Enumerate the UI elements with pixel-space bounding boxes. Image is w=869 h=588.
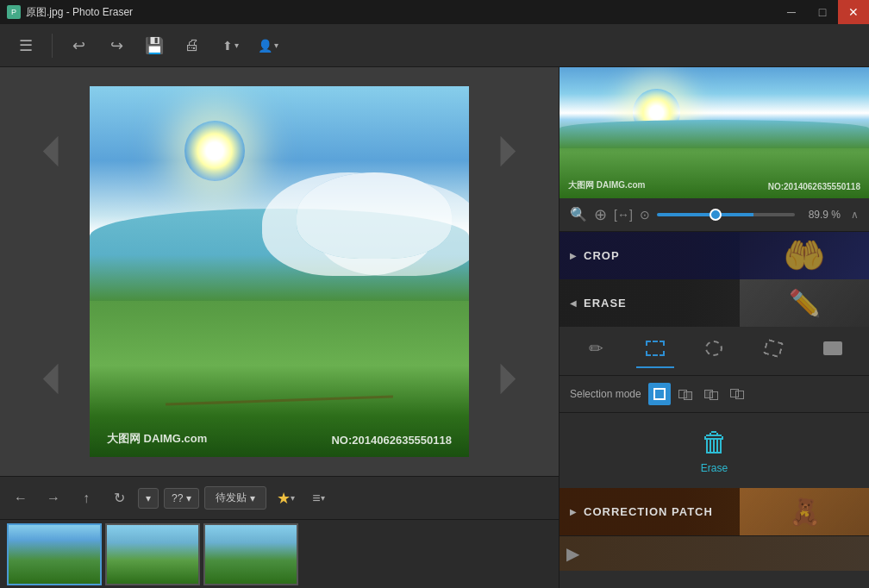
watermark-right: NO:2014062635550118	[331, 434, 452, 447]
list-icon: ≡	[312, 491, 320, 506]
correction-collapse-arrow: ▶	[570, 507, 577, 516]
sel-subtract-icon	[704, 388, 718, 400]
lasso-tool-button[interactable]	[695, 334, 733, 368]
redo-icon: ↪	[110, 36, 123, 55]
zoom-collapse-icon[interactable]: ∧	[851, 209, 859, 221]
bottom-nav: ← → ↑ ↻ ▾ ?? ▾ 待发贴 ▾ ★	[0, 476, 559, 519]
back-button[interactable]: ←	[7, 485, 34, 512]
erase-button[interactable]: 🗑 Erase	[701, 427, 728, 474]
image-area: 大图网 DAIMG.com NO:2014062635550118	[0, 67, 559, 476]
zoom-percent: 89.9 %	[802, 209, 841, 221]
tag-label: 待发贴	[216, 491, 247, 505]
selection-mode-label: Selection mode	[570, 388, 641, 400]
tag-button[interactable]: 待发贴 ▾	[204, 486, 266, 510]
zoom-in-icon[interactable]: ⊕	[594, 205, 607, 224]
watermark-left: 大图网 DAIMG.com	[107, 431, 207, 447]
correction-label: CORRECTION PATCH	[584, 505, 713, 518]
star-button[interactable]: ★ ▾	[272, 485, 299, 512]
save-icon: 💾	[145, 36, 164, 55]
toolbar: ☰ ↩ ↪ 💾 🖨 ⬆ ▾ 👤 ▾	[0, 24, 869, 67]
forward-icon: →	[47, 491, 60, 506]
star-icon: ★	[277, 489, 291, 508]
next-section-icon[interactable]: ▶	[566, 543, 579, 564]
erase-section: ✏ Selection mode	[560, 327, 869, 488]
up-button[interactable]: ↑	[72, 485, 100, 512]
sel-subtract-button[interactable]	[700, 383, 722, 405]
crop-collapse-arrow: ▶	[570, 251, 577, 260]
window-title: 原图.jpg - Photo Eraser	[26, 5, 133, 20]
zoom-out-icon[interactable]: 🔍	[570, 206, 587, 222]
rect-tool-icon	[646, 341, 665, 356]
erase-header-image: ✏️	[740, 279, 869, 327]
thumbnail-1[interactable]	[7, 523, 102, 585]
poly-tool-button[interactable]	[754, 334, 792, 368]
number-value: ??	[172, 492, 183, 504]
star-dropdown-icon: ▾	[291, 493, 295, 503]
list-button[interactable]: ≡ ▾	[304, 485, 332, 512]
eraser-tool-icon	[823, 341, 842, 355]
user-button[interactable]: 👤 ▾	[253, 30, 284, 61]
share-icon: ⬆	[222, 39, 233, 53]
thumb-image-3	[205, 525, 297, 584]
up-icon: ↑	[83, 491, 90, 506]
eraser-tool-button[interactable]	[814, 334, 852, 368]
sel-add-button[interactable]	[674, 383, 697, 405]
save-button[interactable]: 💾	[139, 30, 170, 61]
preview-image: 大图网 DAIMG.com NO:2014062635550118	[560, 67, 869, 198]
undo-button[interactable]: ↩	[63, 30, 94, 61]
preview-watermark-left: 大图网 DAIMG.com	[568, 179, 645, 191]
teddy-icon: 🧸	[740, 488, 869, 535]
erase-button-icon: 🗑	[701, 427, 728, 459]
hamburger-icon: ☰	[19, 36, 33, 55]
crop-section-header[interactable]: 🤲 ▶ CROP	[560, 232, 869, 279]
refresh-icon: ↻	[114, 490, 125, 506]
back-icon: ←	[14, 491, 28, 506]
thumb-image-2	[107, 525, 198, 584]
lasso-tool-icon	[705, 341, 722, 356]
folder-select[interactable]: ▾	[138, 488, 159, 509]
erase-collapse-arrow: ◀	[570, 298, 577, 308]
erase-section-header[interactable]: ✏️ ◀ ERASE	[560, 279, 869, 327]
hamburger-menu-button[interactable]: ☰	[10, 30, 41, 61]
pen-tool-button[interactable]: ✏	[577, 334, 615, 368]
close-button[interactable]: ✕	[838, 0, 869, 24]
share-button[interactable]: ⬆ ▾	[215, 30, 246, 61]
minimize-button[interactable]: ─	[776, 0, 807, 24]
preview-watermark-right: NO:2014062635550118	[768, 182, 860, 191]
main-layout: 大图网 DAIMG.com NO:2014062635550118 ← → ↑ …	[0, 67, 869, 588]
forward-button[interactable]: →	[40, 485, 67, 512]
redo-button[interactable]: ↪	[101, 30, 132, 61]
print-button[interactable]: 🖨	[177, 30, 208, 61]
rect-tool-button[interactable]	[636, 334, 674, 368]
list-dropdown-icon: ▾	[321, 493, 325, 503]
tag-dropdown-icon: ▾	[250, 492, 255, 504]
window-controls: ─ □ ✕	[776, 0, 869, 24]
thumbnail-2[interactable]	[105, 523, 200, 585]
sel-intersect-icon	[730, 388, 744, 400]
thumbnails	[0, 519, 559, 588]
main-image[interactable]: 大图网 DAIMG.com NO:2014062635550118	[90, 86, 469, 457]
thumbnail-3[interactable]	[203, 523, 298, 585]
share-dropdown-icon: ▾	[234, 41, 239, 50]
zoom-controls: 🔍 ⊕ [↔] ⊙ 89.9 % ∧	[560, 198, 869, 232]
erase-label: ERASE	[584, 297, 627, 310]
zoom-fit-icon[interactable]: [↔]	[614, 208, 633, 222]
titlebar: P 原图.jpg - Photo Eraser ─ □ ✕	[0, 0, 869, 24]
sel-intersect-button[interactable]	[726, 383, 748, 405]
crop-label: CROP	[584, 249, 620, 262]
folder-select-arrow: ▾	[146, 492, 151, 504]
zoom-actual-icon[interactable]: ⊙	[640, 208, 650, 222]
maximize-button[interactable]: □	[807, 0, 838, 24]
refresh-button[interactable]: ↻	[105, 485, 133, 512]
correction-section-header[interactable]: 🧸 ▶ CORRECTION PATCH	[560, 488, 869, 535]
user-dropdown-icon: ▾	[274, 41, 278, 50]
app-icon: P	[7, 5, 21, 19]
number-select[interactable]: ?? ▾	[164, 488, 199, 509]
main-image-wrapper: 大图网 DAIMG.com NO:2014062635550118	[90, 86, 469, 457]
sel-fill-button[interactable]	[648, 383, 671, 405]
pen-tool-icon: ✏	[589, 338, 603, 359]
correction-header-image: 🧸	[740, 488, 869, 535]
zoom-slider[interactable]	[657, 213, 795, 216]
left-panel: 大图网 DAIMG.com NO:2014062635550118 ← → ↑ …	[0, 67, 559, 588]
selection-mode-icons	[648, 383, 748, 405]
